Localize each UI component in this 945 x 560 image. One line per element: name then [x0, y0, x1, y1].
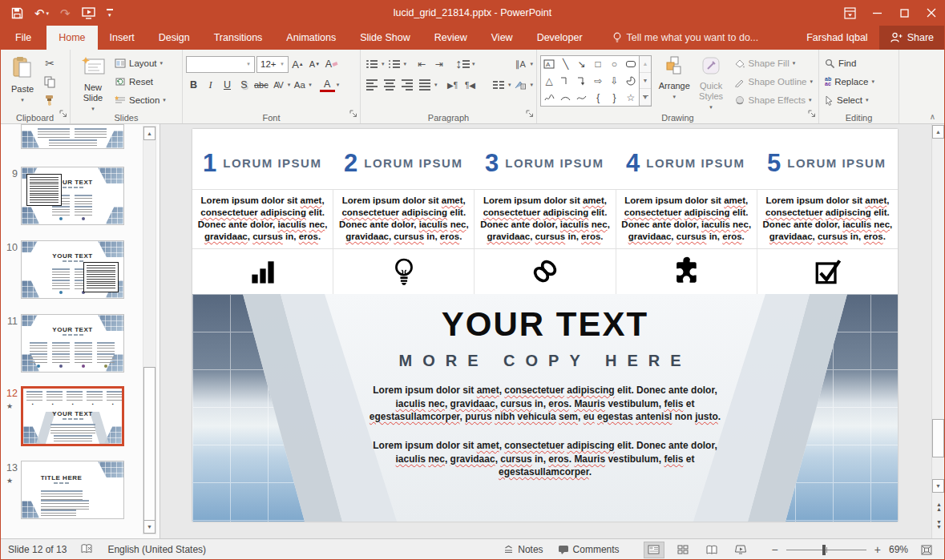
ribbon-display-options-icon[interactable]: [836, 0, 863, 26]
slide-show-button[interactable]: [730, 542, 751, 558]
tab-insert[interactable]: Insert: [98, 26, 147, 50]
arc-shape-icon[interactable]: [557, 89, 573, 106]
tab-developer[interactable]: Developer: [525, 26, 595, 50]
scrollbar-thumb[interactable]: [932, 419, 944, 457]
user-name[interactable]: Farshad Iqbal: [806, 32, 867, 43]
pie-shape-icon[interactable]: [623, 73, 639, 90]
slide-title[interactable]: YOUR TEXT: [192, 305, 898, 344]
main-vertical-scrollbar[interactable]: ▲ ▼ ▲▲ ▼▼: [931, 124, 945, 538]
undo-button[interactable]: ↶▾: [34, 7, 49, 19]
column-icon-cell[interactable]: [333, 249, 475, 294]
customize-quick-access-icon[interactable]: ▾: [107, 9, 113, 18]
spell-check-icon[interactable]: [81, 543, 93, 557]
replace-button[interactable]: abac Replace▾: [822, 74, 877, 90]
slide-number-indicator[interactable]: Slide 12 of 13: [8, 544, 67, 555]
justify-icon[interactable]: [417, 77, 433, 93]
column-body-text[interactable]: Lorem ipsum dolor sit amet, consectetuer…: [616, 190, 757, 248]
shapes-gallery-scrollbar[interactable]: ▲ ▼ ▼: [640, 55, 652, 107]
zoom-out-button[interactable]: −: [772, 544, 778, 555]
slide-subtitle[interactable]: MORE COPY HERE: [192, 352, 898, 370]
tab-view[interactable]: View: [479, 26, 525, 50]
tab-design[interactable]: Design: [147, 26, 202, 50]
new-slide-button[interactable]: New Slide ▾: [74, 52, 112, 114]
cut-icon[interactable]: ✂: [42, 55, 58, 71]
font-dialog-launcher[interactable]: [349, 107, 357, 121]
zoom-slider-thumb[interactable]: [822, 545, 826, 555]
slide-thumbnail[interactable]: YOUR TEXT: [21, 167, 124, 225]
bullets-icon[interactable]: [364, 56, 380, 72]
column-icon-cell[interactable]: [757, 249, 898, 294]
rounded-rectangle-shape-icon[interactable]: [623, 56, 639, 73]
arrange-button[interactable]: Arrange ▾: [655, 52, 694, 102]
character-spacing-button[interactable]: AV: [271, 77, 286, 93]
curve-shape-icon[interactable]: [574, 89, 590, 106]
slide-paragraph-2[interactable]: Lorem ipsum dolor sit amet, consectetuer…: [357, 439, 733, 479]
bold-button[interactable]: B: [186, 77, 201, 93]
arrow-shape-icon[interactable]: ↘: [574, 56, 590, 73]
align-left-icon[interactable]: [364, 77, 380, 93]
maximize-icon[interactable]: [890, 0, 918, 26]
zoom-in-button[interactable]: +: [874, 544, 881, 555]
scroll-down-icon[interactable]: ▼: [932, 479, 944, 493]
close-icon[interactable]: [918, 0, 945, 26]
triangle-shape-icon[interactable]: △: [541, 73, 557, 90]
slide-paragraph-1[interactable]: Lorem ipsum dolor sit amet, consectetuer…: [357, 384, 733, 424]
next-slide-button[interactable]: ▼▼: [933, 520, 945, 530]
share-button[interactable]: Share: [879, 26, 945, 50]
shape-effects-button[interactable]: Shape Effects▾: [732, 92, 815, 108]
find-button[interactable]: Find: [822, 55, 877, 71]
scribble-shape-icon[interactable]: [541, 89, 557, 106]
numbering-icon[interactable]: [386, 56, 402, 72]
comments-button[interactable]: Comments: [558, 544, 620, 555]
select-button[interactable]: Select▾: [822, 92, 877, 108]
tab-animations[interactable]: Animations: [274, 26, 348, 50]
align-center-icon[interactable]: [382, 77, 398, 93]
tell-me-box[interactable]: Tell me what you want to do...: [612, 26, 759, 50]
down-arrow-shape-icon[interactable]: ⇩: [606, 73, 622, 90]
clear-formatting-button[interactable]: A: [324, 56, 339, 72]
minimize-icon[interactable]: [863, 0, 890, 26]
decrease-font-size-button[interactable]: A▼: [307, 56, 322, 72]
column-heading[interactable]: 3LORUM IPSUM: [475, 129, 616, 189]
slide-editor[interactable]: 1LORUM IPSUM2LORUM IPSUM3LORUM IPSUM4LOR…: [192, 129, 898, 522]
section-button[interactable]: Section▾: [112, 92, 168, 108]
column-icon-cell[interactable]: [192, 249, 333, 294]
paragraph-dialog-launcher[interactable]: [526, 107, 534, 121]
scroll-up-icon[interactable]: ▲: [932, 125, 944, 139]
slide-thumbnail[interactable]: [21, 124, 124, 149]
slide-thumbnail[interactable]: YOUR TEXT: [21, 240, 124, 299]
rtl-icon[interactable]: ¶◀: [462, 77, 479, 93]
column-body-text[interactable]: Lorem ipsum dolor sit amet, consectetuer…: [192, 190, 333, 248]
font-color-button[interactable]: A: [320, 79, 335, 92]
layout-button[interactable]: Layout▾: [112, 55, 168, 71]
drawing-dialog-launcher[interactable]: [808, 107, 816, 121]
reset-button[interactable]: Reset: [112, 74, 168, 90]
tab-home[interactable]: Home: [46, 26, 97, 50]
column-heading[interactable]: 1LORUM IPSUM: [192, 129, 333, 189]
oval-shape-icon[interactable]: ○: [606, 56, 622, 73]
text-box-shape-icon[interactable]: A: [541, 56, 557, 73]
thumbnail-scroll-down-icon[interactable]: ▼: [143, 520, 155, 534]
thumbnail-scrollbar[interactable]: ▲ ▼: [143, 126, 156, 534]
notes-button[interactable]: Notes: [503, 544, 543, 555]
shape-fill-button[interactable]: Shape Fill▾: [732, 55, 815, 71]
shapes-scroll-up-icon[interactable]: ▲: [640, 56, 651, 73]
column-heading[interactable]: 2LORUM IPSUM: [333, 129, 475, 189]
clipboard-dialog-launcher[interactable]: [59, 107, 67, 121]
shapes-scroll-down-icon[interactable]: ▼: [640, 73, 651, 90]
tab-review[interactable]: Review: [422, 26, 479, 50]
text-shadow-button[interactable]: S: [236, 77, 252, 93]
strikethrough-button[interactable]: abc: [253, 77, 269, 93]
thumbnail-scroll-up-icon[interactable]: ▲: [143, 127, 155, 140]
column-body-text[interactable]: Lorem ipsum dolor sit amet, consectetuer…: [333, 190, 475, 248]
copy-icon[interactable]: [42, 74, 58, 90]
columns-icon[interactable]: [491, 77, 507, 93]
shapes-more-icon[interactable]: ▼: [640, 89, 651, 106]
quick-styles-button[interactable]: Quick Styles ▾: [694, 52, 729, 112]
shapes-gallery[interactable]: A ╲ ↘ □ ○ △ ⇨ ⇩ { } ☆: [540, 55, 640, 107]
rectangle-shape-icon[interactable]: □: [590, 56, 606, 73]
slide-thumbnail[interactable]: TITLE HERE: [21, 461, 124, 519]
elbow-arrow-connector-shape-icon[interactable]: [574, 73, 590, 90]
column-heading[interactable]: 4LORUM IPSUM: [616, 129, 757, 189]
zoom-slider[interactable]: [786, 550, 866, 550]
